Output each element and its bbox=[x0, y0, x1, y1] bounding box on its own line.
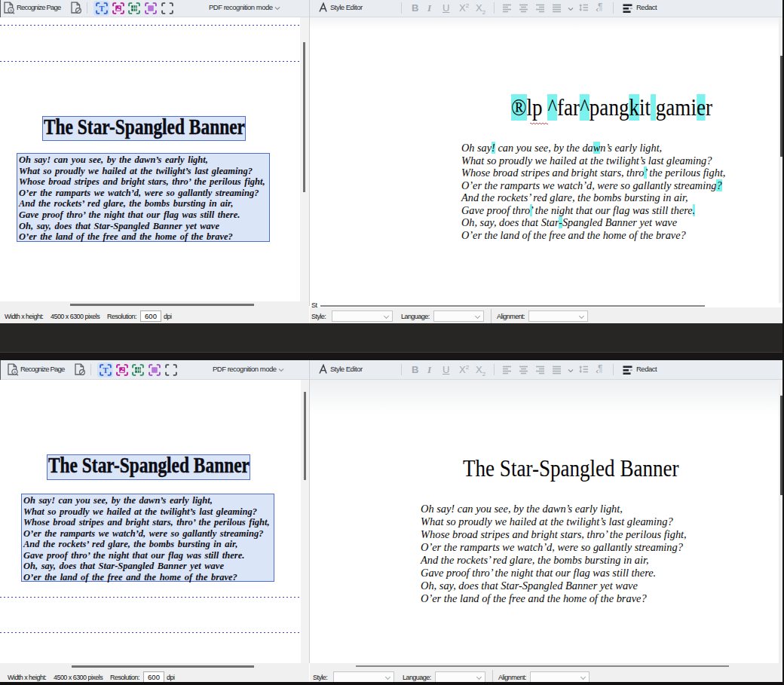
svg-text:T: T bbox=[99, 5, 104, 13]
svg-text:¶: ¶ bbox=[598, 363, 602, 374]
svg-text:A: A bbox=[14, 370, 17, 375]
svg-text:¶: ¶ bbox=[598, 2, 602, 12]
svg-text:A: A bbox=[10, 8, 13, 13]
svg-text:T: T bbox=[103, 366, 108, 375]
